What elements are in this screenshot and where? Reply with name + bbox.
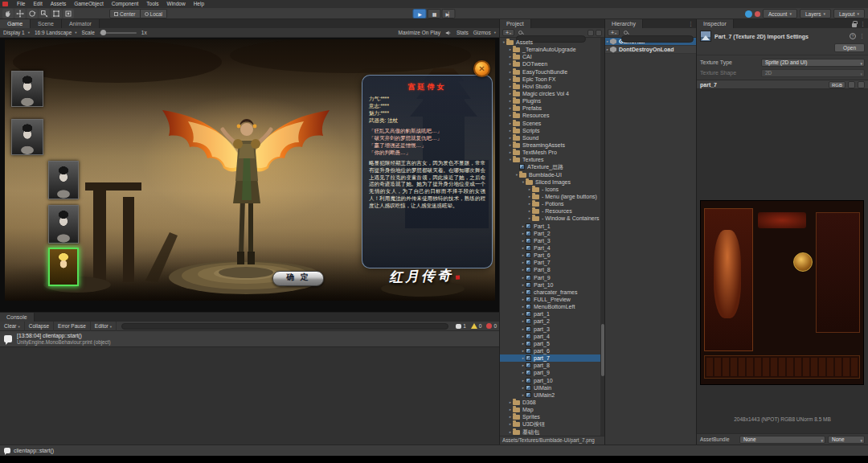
project-item-Prefabs[interactable]: ▸Prefabs xyxy=(500,104,604,112)
menu-item-window[interactable]: Window xyxy=(163,0,190,8)
portrait-1[interactable] xyxy=(11,71,43,107)
pause-button[interactable]: ▮▮ xyxy=(428,9,441,18)
project-item-UIMain[interactable]: ▸UIMain xyxy=(500,384,604,391)
project-item-Sprites[interactable]: ▸Sprites xyxy=(500,413,604,420)
project-item-Part_3[interactable]: ▸Part_3 xyxy=(500,237,604,244)
project-item-charcater_frames[interactable]: ▸charcater_frames xyxy=(500,289,604,296)
type-filter-icon[interactable] xyxy=(588,30,594,36)
project-item-Part_8[interactable]: ▸Part_8 xyxy=(500,266,604,273)
help-icon[interactable]: ? xyxy=(850,33,856,39)
create-asset-button[interactable]: + xyxy=(502,29,514,36)
menu-item-help[interactable]: Help xyxy=(190,0,208,8)
project-item-Sound[interactable]: ▸Sound xyxy=(500,134,604,141)
layers-dropdown[interactable]: Layers xyxy=(800,9,831,18)
stats-toggle[interactable]: Stats xyxy=(457,30,469,35)
step-button[interactable]: ▶▏ xyxy=(442,9,456,18)
rgb-channel-button[interactable]: RGB xyxy=(829,81,845,88)
confirm-button[interactable]: 确 定 xyxy=(272,271,324,286)
project-item-FULL_Preview[interactable]: ▸FULL_Preview xyxy=(500,296,604,303)
project-item-Bumblade-UI[interactable]: ▾Bumblade-UI xyxy=(500,171,604,178)
hierarchy-item-DontDestroyOnLoad[interactable]: ▸DontDestroyOnLoad xyxy=(605,46,696,54)
project-item-ATexture_思路[interactable]: ATexture_思路 xyxy=(500,163,604,170)
mipmap-icon[interactable] xyxy=(848,81,855,88)
project-item-U3D按钮[interactable]: ▸U3D按钮 xyxy=(500,420,604,428)
rotation-local-button[interactable]: Local xyxy=(141,9,168,18)
project-item-基础包[interactable]: ▸基础包 xyxy=(500,428,604,435)
project-item-UIMain2[interactable]: ▸UIMain2 xyxy=(500,391,604,399)
project-item-Epic Toon FX[interactable]: ▸Epic Toon FX xyxy=(500,76,604,83)
play-button[interactable]: ▶ xyxy=(413,9,427,18)
scrollbar-thumb[interactable] xyxy=(601,324,604,375)
aspect-dropdown[interactable]: 16:9 Landscape xyxy=(35,30,77,35)
tab-animator[interactable]: Animator xyxy=(62,19,100,28)
error-count-toggle[interactable]: 0 xyxy=(484,323,499,329)
project-item-- Menu (large buttons)[interactable]: ▸- Menu (large buttons) xyxy=(500,193,604,200)
disclosure-triangle[interactable]: ▸ xyxy=(605,47,610,51)
component-menu-icon[interactable]: ⋮ xyxy=(859,33,865,39)
project-item-Part_10[interactable]: ▸Part_10 xyxy=(500,281,604,289)
layout-dropdown[interactable]: Layout xyxy=(833,9,865,18)
rect-tool-icon[interactable] xyxy=(51,9,62,18)
tab-console[interactable]: Console xyxy=(0,313,35,322)
hierarchy-search-input[interactable] xyxy=(621,35,694,43)
menu-item-component[interactable]: Component xyxy=(108,0,143,8)
project-item-Plugins[interactable]: ▸Plugins xyxy=(500,97,604,104)
hand-tool-icon[interactable] xyxy=(2,9,14,18)
gizmos-dropdown[interactable]: Gizmos xyxy=(473,30,496,35)
project-item-DOTween[interactable]: ▸DOTween xyxy=(500,60,604,68)
error-pause-toggle[interactable]: Error Pause xyxy=(54,322,91,331)
label-filter-icon[interactable] xyxy=(596,30,602,36)
pivot-center-button[interactable]: Center xyxy=(109,9,141,18)
project-item-- Icons[interactable]: ▸- Icons xyxy=(500,186,604,193)
scale-slider-thumb[interactable] xyxy=(100,30,106,35)
portrait-3[interactable] xyxy=(48,161,79,199)
project-item-part_8[interactable]: ▸part_8 xyxy=(500,362,604,369)
project-item-_TerrainAutoUpgrade[interactable]: ▸_TerrainAutoUpgrade xyxy=(500,46,604,53)
tab-inspector[interactable]: Inspector xyxy=(697,19,734,28)
project-item-Hovl Studio[interactable]: ▸Hovl Studio xyxy=(500,83,604,90)
project-item-MenuBottomLeft[interactable]: ▸MenuBottomLeft xyxy=(500,303,604,310)
menu-item-assets[interactable]: Assets xyxy=(47,0,71,8)
game-viewport[interactable]: 宫廷侍女 力气:****意志:****魅力:****武器类: 法杖 「狂乱又高傲… xyxy=(0,38,499,312)
scale-slider[interactable] xyxy=(100,32,137,34)
portrait-5[interactable] xyxy=(48,248,79,286)
project-item-part_2[interactable]: ▸part_2 xyxy=(500,318,604,325)
lock-icon[interactable] xyxy=(852,23,857,27)
disclosure-triangle[interactable]: ▸ xyxy=(605,39,610,43)
project-item-part_5[interactable]: ▸part_5 xyxy=(500,340,604,347)
scale-tool-icon[interactable] xyxy=(39,9,50,18)
status-bar[interactable]: clientapp::start() xyxy=(0,445,868,456)
project-item-Sliced Images[interactable]: ▾Sliced Images xyxy=(500,178,604,186)
tab-hierarchy[interactable]: Hierarchy xyxy=(605,19,643,28)
info-count-toggle[interactable]: 1 xyxy=(453,323,469,329)
project-item-- Potions[interactable]: ▸- Potions xyxy=(500,200,604,207)
project-item-Assets[interactable]: ▾Assets xyxy=(500,39,604,46)
menu-item-gameobject[interactable]: GameObject xyxy=(70,0,108,8)
maximize-on-play-toggle[interactable]: Maximize On Play xyxy=(399,30,440,35)
project-item-CAI[interactable]: ▸CAI xyxy=(500,53,604,60)
texture-type-dropdown[interactable]: Sprite (2D and UI) xyxy=(761,59,865,67)
menu-item-edit[interactable]: Edit xyxy=(29,0,46,8)
notification-icon[interactable] xyxy=(755,11,760,17)
transform-tool-icon[interactable] xyxy=(63,9,74,18)
project-item-Part_9[interactable]: ▸Part_9 xyxy=(500,274,604,281)
project-item-Part_1[interactable]: ▸Part_1 xyxy=(500,223,604,230)
display-dropdown[interactable]: Display 1 xyxy=(3,30,30,35)
project-item-Part_2[interactable]: ▸Part_2 xyxy=(500,230,604,237)
project-item-Part_7[interactable]: ▸Part_7 xyxy=(500,259,604,266)
move-tool-icon[interactable] xyxy=(14,9,26,18)
editor-dropdown[interactable]: Editor xyxy=(91,322,117,331)
console-search-input[interactable] xyxy=(121,323,448,330)
project-item-StreamingAssets[interactable]: ▸StreamingAssets xyxy=(500,141,604,149)
collapse-toggle[interactable]: Collapse xyxy=(25,322,54,331)
project-item-EasyTouchBundle[interactable]: ▸EasyTouchBundle xyxy=(500,68,604,76)
project-item-TextMesh Pro[interactable]: ▸TextMesh Pro xyxy=(500,149,604,156)
project-item-Scenes[interactable]: ▸Scenes xyxy=(500,120,604,127)
project-item-- Resources[interactable]: ▸- Resources xyxy=(500,207,604,215)
menu-item-tools[interactable]: Tools xyxy=(142,0,162,8)
clear-button[interactable]: Clear xyxy=(0,322,25,331)
project-item-Part_6[interactable]: ▸Part_6 xyxy=(500,252,604,259)
project-item-part_1[interactable]: ▸part_1 xyxy=(500,310,604,318)
project-item-part_3[interactable]: ▸part_3 xyxy=(500,325,604,332)
cloud-icon[interactable] xyxy=(745,10,752,18)
